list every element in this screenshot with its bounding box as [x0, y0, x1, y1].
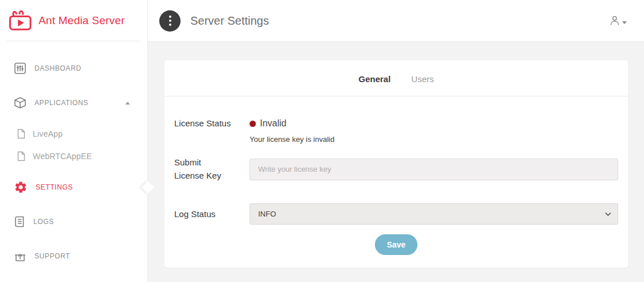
tab-bar: General Users — [164, 60, 628, 96]
sidebar-item-label: SUPPORT — [34, 252, 70, 260]
page-title: Server Settings — [190, 14, 269, 28]
header: Server Settings — [148, 0, 644, 42]
sidebar-item-label: LOGS — [33, 218, 54, 226]
license-status-detail: Your license key is invalid — [250, 135, 618, 144]
app-root: Ant Media Server DASHBOARD — [0, 0, 644, 282]
menu-toggle-button[interactable] — [159, 10, 181, 32]
log-status-row: Log Status INFO — [174, 203, 618, 225]
license-status-row: License Status Invalid Your license key … — [174, 118, 618, 144]
license-key-input[interactable] — [250, 159, 618, 180]
user-icon — [609, 15, 620, 26]
gear-icon — [14, 180, 28, 194]
sidebar-nav: DASHBOARD APPLICATIONS — [0, 41, 147, 269]
sidebar-item-settings[interactable]: SETTINGS — [0, 174, 147, 200]
sidebar-item-webrtcappee[interactable]: WebRTCAppEE — [0, 146, 147, 166]
sidebar-item-dashboard[interactable]: DASHBOARD — [0, 55, 147, 82]
sidebar-item-label: LiveApp — [33, 129, 63, 138]
tab-users[interactable]: Users — [411, 74, 434, 84]
dots-icon — [169, 16, 171, 18]
submit-license-row: Submit License Key — [174, 156, 618, 182]
sidebar-item-label: DASHBOARD — [34, 64, 81, 72]
file-icon — [17, 151, 26, 161]
settings-form: License Status Invalid Your license key … — [164, 96, 628, 255]
main-area: Server Settings General Users — [148, 0, 644, 282]
settings-card: General Users License Status Invalid You… — [164, 60, 628, 268]
license-status-value-block: Invalid Your license key is invalid — [250, 118, 618, 144]
content-area: General Users License Status Invalid You… — [148, 42, 644, 268]
log-status-value: INFO — [250, 203, 618, 225]
license-status-line: Invalid — [250, 118, 618, 129]
chevron-down-icon — [622, 21, 627, 24]
log-status-label: Log Status — [174, 209, 250, 219]
sidebar-item-label: APPLICATIONS — [34, 99, 89, 107]
tab-general[interactable]: General — [358, 74, 390, 84]
license-status-label: License Status — [174, 118, 250, 144]
save-button[interactable]: Save — [375, 234, 418, 255]
user-menu-button[interactable] — [609, 15, 627, 26]
logs-icon — [14, 215, 25, 228]
sidebar-item-support[interactable]: SUPPORT — [0, 243, 147, 269]
save-row: Save — [174, 234, 618, 255]
sidebar: Ant Media Server DASHBOARD — [0, 0, 148, 282]
submit-license-value — [250, 159, 618, 180]
sidebar-item-liveapp[interactable]: LiveApp — [0, 124, 147, 144]
dashboard-icon — [14, 62, 26, 75]
collapse-caret-icon[interactable] — [125, 102, 130, 105]
logo-text: Ant Media Server — [39, 14, 125, 27]
submit-license-label: Submit License Key — [174, 156, 250, 182]
license-status-value: Invalid — [260, 118, 286, 129]
status-dot-icon — [250, 121, 256, 127]
logo[interactable]: Ant Media Server — [0, 0, 147, 41]
applications-icon — [14, 96, 26, 109]
support-box-icon — [14, 250, 26, 262]
sidebar-item-label: SETTINGS — [36, 183, 73, 191]
ant-media-logo-icon — [8, 10, 33, 31]
sidebar-item-logs[interactable]: LOGS — [0, 208, 147, 235]
sidebar-item-label: WebRTCAppEE — [33, 152, 92, 161]
log-status-select-wrap: INFO — [250, 203, 618, 225]
log-status-select[interactable]: INFO — [250, 203, 618, 225]
file-icon — [17, 129, 26, 139]
sidebar-item-applications[interactable]: APPLICATIONS — [0, 90, 147, 116]
